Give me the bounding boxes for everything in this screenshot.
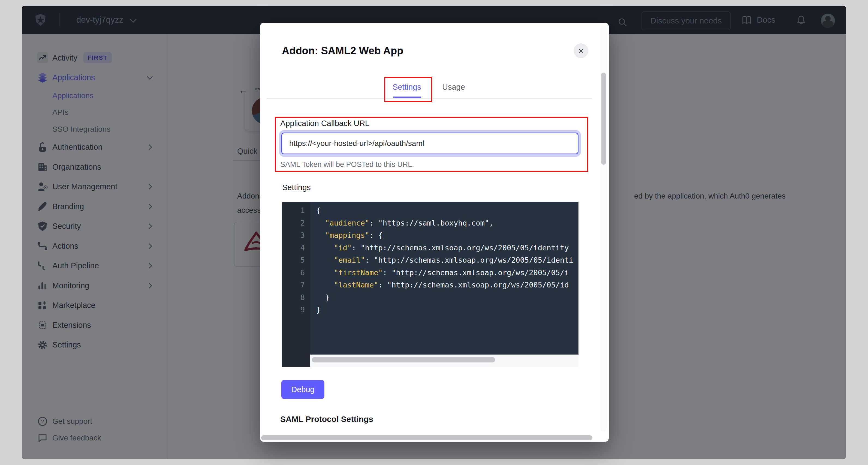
callback-url-helper: SAML Token will be POSTed to this URL.	[280, 161, 414, 169]
modal-vscrollbar-thumb[interactable]	[601, 72, 606, 165]
callback-url-input[interactable]	[281, 133, 579, 154]
modal-vscrollbar-track[interactable]	[600, 26, 607, 432]
modal-hscrollbar-thumb[interactable]	[261, 435, 592, 440]
editor-hscrollbar-thumb[interactable]	[312, 357, 495, 362]
saml-protocol-settings-heading: SAML Protocol Settings	[280, 414, 373, 424]
settings-section-label: Settings	[282, 183, 311, 192]
modal-title: Addon: SAML2 Web App	[282, 45, 403, 57]
editor-line-numbers: 1 2 3 4 5 6 7 8 9	[282, 204, 305, 316]
close-icon[interactable]: ×	[574, 43, 588, 58]
annotation-rect-settings-tab	[384, 77, 432, 102]
callback-url-label: Application Callback URL	[280, 119, 369, 128]
tab-usage[interactable]: Usage	[442, 83, 465, 92]
debug-button[interactable]: Debug	[281, 380, 324, 399]
modal-hscrollbar-track[interactable]	[261, 435, 608, 440]
settings-json-editor[interactable]: 1 2 3 4 5 6 7 8 9 { "audience": "https:/…	[282, 202, 579, 367]
editor-hscrollbar-track[interactable]	[310, 354, 579, 367]
editor-code[interactable]: { "audience": "https://saml.boxyhq.com",…	[316, 204, 573, 316]
screenshot-stage: dev-tyj7qyzz Discuss your needs Docs Act…	[0, 0, 868, 465]
addon-saml2-modal: Addon: SAML2 Web App × Settings Usage Ap…	[260, 23, 609, 442]
